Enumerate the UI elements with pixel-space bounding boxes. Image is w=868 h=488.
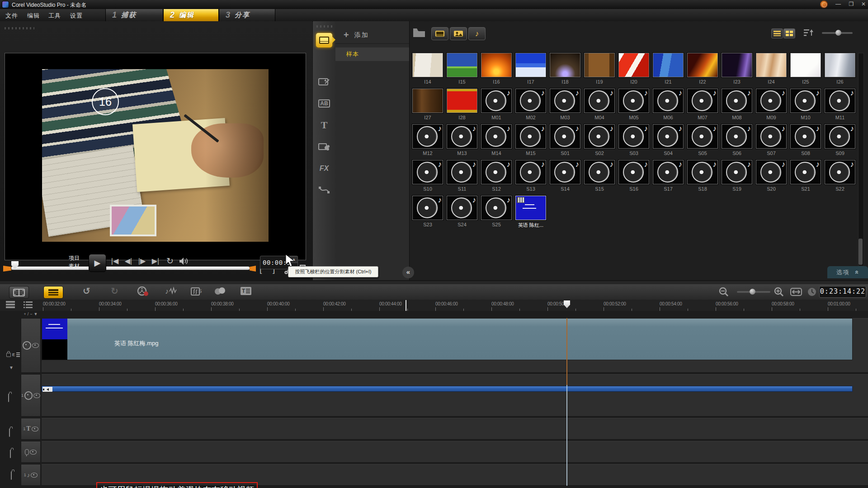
title-track-lock-icon[interactable]	[9, 428, 10, 437]
gallery-item[interactable]: ♪M04	[582, 89, 617, 124]
volume-icon[interactable]	[179, 257, 189, 265]
gallery-item[interactable]: ♪S06	[720, 124, 754, 160]
gallery-item[interactable]: ♪S12	[479, 160, 514, 196]
clip-mode-label[interactable]: 素材	[69, 263, 80, 270]
gallery-item[interactable]: ♪S16	[617, 160, 651, 196]
trim-end-handle[interactable]	[250, 266, 256, 272]
menu-settings[interactable]: 设置	[70, 12, 83, 20]
timeline-view-button[interactable]	[43, 286, 63, 299]
gallery-item[interactable]: I16	[479, 53, 514, 89]
gallery-item[interactable]: ♪M11	[823, 89, 857, 124]
gallery-item[interactable]: I28	[445, 89, 479, 124]
overlay-track-header[interactable]: 1	[21, 374, 41, 417]
undo-button[interactable]: ↺	[83, 286, 90, 296]
thumbnail-view-button[interactable]	[783, 28, 795, 38]
gallery-item[interactable]: 英语 陈红...	[514, 196, 548, 231]
next-frame-button[interactable]: |▶	[136, 257, 148, 265]
gallery-item[interactable]: ♪M08	[720, 89, 754, 124]
graphic-category-button[interactable]	[316, 140, 332, 154]
clip-audio-bar[interactable]	[42, 386, 853, 392]
video-track-header[interactable]	[21, 318, 41, 373]
transition-category-button[interactable]	[316, 75, 332, 89]
gallery-item[interactable]: I19	[582, 53, 617, 89]
gallery-item[interactable]: I17	[514, 53, 548, 89]
gallery-item[interactable]: I24	[754, 53, 788, 89]
gallery-item[interactable]: ♪S01	[548, 124, 582, 160]
zoom-out-icon[interactable]	[719, 287, 729, 299]
ride-all-tracks-icon[interactable]: E	[6, 352, 20, 357]
gallery-item[interactable]: ♪S07	[754, 124, 788, 160]
title-ab-category-button[interactable]: AB	[316, 96, 332, 111]
video-clip[interactable]: 英语 陈红梅.mpg	[42, 318, 853, 360]
gallery-item[interactable]: I23	[720, 53, 754, 89]
voice-track-lock-icon[interactable]	[10, 450, 11, 458]
gallery-item[interactable]: ♪M03	[548, 89, 582, 124]
overlay-track-lane[interactable]	[42, 374, 868, 417]
audio-mute-chip[interactable]	[42, 387, 52, 392]
gallery-item[interactable]: I26	[823, 53, 857, 89]
gallery-item[interactable]: ♪S15	[582, 160, 617, 196]
gallery-item[interactable]: ♪M13	[445, 124, 479, 160]
gallery-item[interactable]: I27	[410, 89, 445, 124]
gallery-item[interactable]: ♪S14	[548, 160, 582, 196]
gallery-item[interactable]: ♪S05	[685, 124, 720, 160]
auto-music-icon[interactable]: S	[191, 286, 203, 298]
gallery-item[interactable]: ♪S02	[582, 124, 617, 160]
media-category-button[interactable]	[316, 33, 332, 47]
voice-track-lane[interactable]	[42, 441, 868, 463]
title-track-lane[interactable]	[42, 418, 868, 440]
gallery-item[interactable]: I25	[788, 53, 823, 89]
zoom-in-icon[interactable]	[774, 287, 784, 299]
gallery-item[interactable]: ♪M12	[410, 124, 445, 160]
timeline-splitter[interactable]	[0, 281, 868, 284]
gallery-item[interactable]: ♪S17	[651, 160, 685, 196]
library-folder-samples[interactable]: 样本	[335, 47, 409, 61]
trim-start-handle[interactable]	[3, 266, 11, 272]
prev-frame-button[interactable]: ◀|	[122, 257, 135, 265]
go-end-button[interactable]: ▶|	[149, 257, 162, 265]
repeat-button[interactable]: ↻	[164, 256, 176, 266]
gallery-item[interactable]: ♪S24	[445, 196, 479, 231]
gallery-item[interactable]: ♪S22	[823, 160, 857, 196]
title-track-header[interactable]: 1 T	[21, 418, 41, 440]
tab-edit[interactable]: 2 编辑	[163, 9, 219, 21]
gallery-item[interactable]: I21	[651, 53, 685, 89]
tab-capture[interactable]: 1 捕获	[105, 9, 163, 21]
gallery-item[interactable]: ♪M10	[788, 89, 823, 124]
filter-audio-button[interactable]: ♪	[468, 27, 486, 40]
gallery-item[interactable]: ♪S10	[410, 160, 445, 196]
gallery-item[interactable]: ♪S03	[617, 124, 651, 160]
menu-edit[interactable]: 编辑	[27, 12, 40, 20]
gallery-item[interactable]: ♪S21	[788, 160, 823, 196]
collapse-library-button[interactable]: «	[402, 267, 414, 278]
track-manager-mini-toolbar[interactable]: +/−▼	[21, 312, 41, 317]
tab-share[interactable]: 3 分享	[219, 9, 275, 21]
gallery-item[interactable]: ♪M09	[754, 89, 788, 124]
add-folder-row[interactable]: + 添加	[335, 27, 409, 44]
duration-clock-icon[interactable]	[807, 287, 816, 298]
track-list-icon[interactable]	[24, 301, 33, 310]
browse-folder-icon[interactable]	[412, 27, 426, 38]
gallery-item[interactable]: ♪S23	[410, 196, 445, 231]
filter-photo-button[interactable]	[450, 27, 467, 40]
gallery-item[interactable]: ♪M14	[479, 124, 514, 160]
play-button[interactable]: ▶	[89, 254, 106, 272]
gallery-item[interactable]: I20	[617, 53, 651, 89]
restore-button[interactable]: ❐	[846, 1, 856, 8]
gallery-item[interactable]: ♪S18	[685, 160, 720, 196]
gallery-item[interactable]: ♪M15	[514, 124, 548, 160]
gallery-item[interactable]: ♪M05	[617, 89, 651, 124]
preview-scrubber-track[interactable]	[11, 267, 250, 270]
voice-track-header[interactable]	[21, 441, 41, 463]
gallery-item[interactable]: I18	[548, 53, 582, 89]
gallery-item[interactable]: I14	[410, 53, 445, 89]
menu-tools[interactable]: 工具	[48, 12, 61, 20]
thumbnail-size-knob[interactable]	[835, 30, 841, 36]
gallery-item[interactable]: ♪M06	[651, 89, 685, 124]
track-grid-icon[interactable]	[6, 301, 15, 310]
motion-path-category-button[interactable]	[316, 183, 332, 197]
gallery-item[interactable]: ♪S08	[788, 124, 823, 160]
go-start-button[interactable]: |◀	[108, 257, 121, 265]
sort-button[interactable]	[804, 28, 814, 38]
gallery-item[interactable]: ♪S20	[754, 160, 788, 196]
